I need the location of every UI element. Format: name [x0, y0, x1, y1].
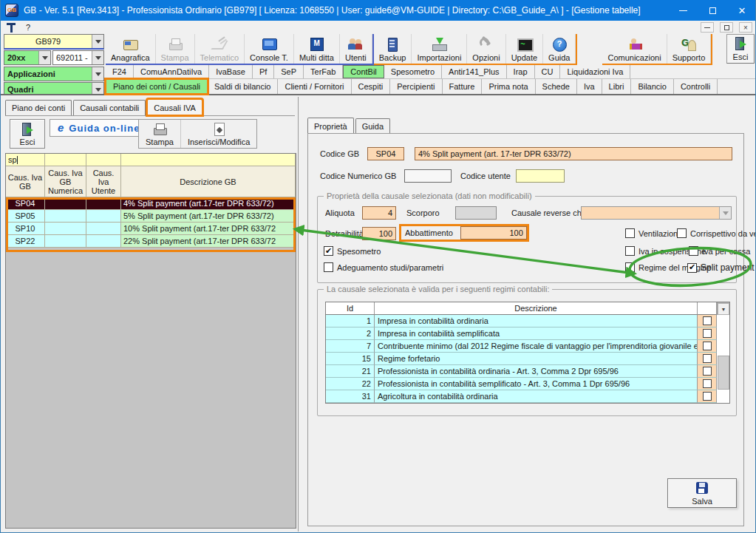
ventilazione-checkbox[interactable]: Ventilazione — [625, 228, 682, 238]
spesometro-checkbox[interactable]: Spesometro — [324, 246, 381, 256]
year-combo-arrow[interactable] — [38, 51, 50, 64]
tab-cespiti[interactable]: Cespiti — [352, 79, 391, 94]
tab-cu[interactable]: CU — [535, 65, 561, 78]
tab-irap[interactable]: Irap — [507, 65, 535, 78]
tab-causali-contabili[interactable]: Causali contabili — [73, 100, 146, 115]
corrispettivo-checkbox[interactable]: Corrispettivo da ventilare — [677, 228, 756, 238]
tab-liquidazioni-iva[interactable]: Liquidazioni Iva — [560, 65, 630, 78]
tab-contbil[interactable]: ContBil — [343, 65, 384, 78]
codice-utente-field[interactable] — [516, 169, 565, 183]
reverse-charge-dropdown[interactable] — [581, 206, 732, 220]
regime-checkbox[interactable] — [698, 365, 717, 378]
filter-cell[interactable] — [121, 154, 296, 166]
grid-filter-row[interactable]: sp — [6, 154, 296, 166]
abbattimento-field[interactable]: 100 — [460, 226, 527, 240]
tab-controlli[interactable]: Controlli — [674, 79, 718, 94]
tab-saldi-di-bilancio[interactable]: Saldi di bilancio — [208, 79, 278, 94]
regimi-scrollbar[interactable]: ▲ ▼ — [717, 302, 729, 315]
codice-numerico-field[interactable] — [404, 169, 452, 183]
tab-comuanndativa[interactable]: ComuAnnDatiIva — [134, 65, 209, 78]
esci-button[interactable]: Esci — [726, 34, 755, 64]
anagrafica-button[interactable]: Anagrafica — [106, 34, 156, 64]
code-combo[interactable]: 692011 - — [52, 50, 104, 65]
grid-row-sp10[interactable]: SP10 10% Split payment (art.17-ter DPR 6… — [6, 223, 296, 235]
comunicazioni-button[interactable]: Comunicazioni — [602, 34, 667, 64]
code-combo-arrow[interactable] — [92, 51, 103, 64]
regime-row-2[interactable]: 2 Impresa in contabilità semplificata — [326, 327, 729, 340]
guida-online-button[interactable]: e Guida on-line — [50, 119, 148, 137]
aliquota-field[interactable]: 4 — [362, 206, 396, 220]
filter-cell[interactable] — [45, 154, 86, 166]
importazioni-button[interactable]: Importazioni — [412, 34, 467, 64]
codice-gb-desc-field[interactable]: 4% Split payment (art. 17-ter DPR 633/72… — [415, 147, 732, 160]
reverse-charge-arrow[interactable] — [719, 207, 731, 219]
backup-button[interactable]: Backup — [374, 34, 412, 64]
filter-cell[interactable] — [86, 154, 121, 166]
company-combo[interactable]: GB979 — [4, 34, 104, 50]
supporto-button[interactable]: Supporto — [667, 34, 712, 64]
telematico-button[interactable]: Telematico — [195, 34, 245, 64]
tab-ivabase[interactable]: IvaBase — [209, 65, 253, 78]
scorporo-field[interactable] — [455, 206, 497, 220]
regime-row-22[interactable]: 22 Professionista in contabilità semplif… — [326, 378, 729, 390]
tab-clienti-fornitori[interactable]: Clienti / Fornitori — [278, 79, 351, 94]
stampa-grid-button[interactable]: Stampa — [139, 120, 180, 148]
scroll-thumb[interactable] — [718, 356, 729, 390]
tab-guida[interactable]: Guida — [355, 118, 390, 134]
tab-terfab[interactable]: TerFab — [304, 65, 343, 78]
col-header-descrizione-gb[interactable]: Descrizione GB — [121, 166, 296, 197]
detraibilita-field[interactable]: 100 — [362, 227, 396, 240]
adeguamento-checkbox[interactable]: Adeguamento studi/parametri — [324, 262, 443, 272]
esci-panel-button[interactable]: Esci — [10, 119, 45, 149]
minimize-button[interactable] — [668, 0, 698, 21]
update-button[interactable]: Update — [506, 34, 543, 64]
regime-row-21[interactable]: 21 Professionista in contabilità ordinar… — [326, 365, 729, 378]
tab-libri[interactable]: Libri — [602, 79, 632, 94]
tab-f24[interactable]: F24 — [106, 65, 134, 78]
regime-checkbox[interactable] — [698, 327, 717, 340]
regime-row-31[interactable]: 31 Agricoltura in contabilità ordinaria — [326, 390, 729, 403]
console-button[interactable]: Console T. — [245, 34, 294, 64]
col-header-descrizione[interactable]: Descrizione — [375, 302, 698, 315]
tab-antir141plus[interactable]: Antir141_Plus — [442, 65, 507, 78]
tab-sep[interactable]: SeP — [274, 65, 304, 78]
grid-row-sp04[interactable]: SP04 4% Split payment (art.17-ter DPR 63… — [6, 197, 296, 210]
col-header-caus-iva-gb[interactable]: Caus. Iva GB — [6, 166, 45, 197]
regime-row-15[interactable]: 15 Regime forfetario — [326, 353, 729, 365]
split-payment-checkbox[interactable]: Split payment — [687, 262, 755, 273]
iva-cassa-checkbox[interactable]: Iva per cassa — [689, 246, 750, 256]
tab-prima-nota[interactable]: Prima nota — [482, 79, 535, 94]
multi-ditta-button[interactable]: Multi ditta — [294, 34, 340, 64]
tab-schede[interactable]: Schede — [536, 79, 577, 94]
grid-row-sp05[interactable]: SP05 5% Split payment (art.17-ter DPR 63… — [6, 210, 296, 223]
codice-gb-field[interactable]: SP04 — [367, 147, 404, 160]
salva-button[interactable]: Salva — [667, 478, 737, 508]
tab-bilancio[interactable]: Bilancio — [631, 79, 674, 94]
stampa-button[interactable]: Stampa — [156, 34, 195, 64]
grid-row-sp22[interactable]: SP22 22% Split payment (art.17-ter DPR 6… — [6, 235, 296, 248]
regime-checkbox[interactable] — [698, 353, 717, 365]
tab-fatture[interactable]: Fatture — [443, 79, 483, 94]
year-combo[interactable]: 20xx — [4, 50, 51, 65]
regime-checkbox[interactable] — [698, 340, 717, 353]
guida-button[interactable]: Guida — [543, 34, 576, 64]
close-button[interactable]: ✕ — [727, 0, 756, 21]
applicazioni-combo-arrow[interactable] — [92, 67, 103, 81]
gb-pennant-icon[interactable] — [7, 23, 16, 33]
regime-checkbox[interactable] — [698, 315, 717, 327]
maximize-button[interactable] — [698, 0, 727, 21]
mdi-close-button[interactable]: × — [739, 22, 752, 33]
utenti-button[interactable]: Utenti — [340, 34, 372, 64]
tab-spesometro[interactable]: Spesometro — [384, 65, 442, 78]
col-header-id[interactable]: Id — [326, 302, 375, 315]
filter-code-cell[interactable]: sp — [6, 154, 45, 166]
tab-causali-iva[interactable]: Causali IVA — [147, 99, 202, 115]
company-combo-arrow[interactable] — [92, 35, 103, 48]
opzioni-button[interactable]: Opzioni — [467, 34, 505, 64]
tab-piano-dei-conti[interactable]: Piano dei conti — [5, 100, 72, 115]
mdi-restore-button[interactable] — [720, 22, 733, 33]
regime-checkbox[interactable] — [698, 378, 717, 390]
scroll-down-icon[interactable]: ▼ — [718, 303, 729, 315]
col-header-caus-iva-gb-numerica[interactable]: Caus. Iva GB Numerica — [45, 166, 86, 197]
regime-row-7[interactable]: 7 Contribuente minimo (dal 2012 Regime f… — [326, 340, 729, 353]
